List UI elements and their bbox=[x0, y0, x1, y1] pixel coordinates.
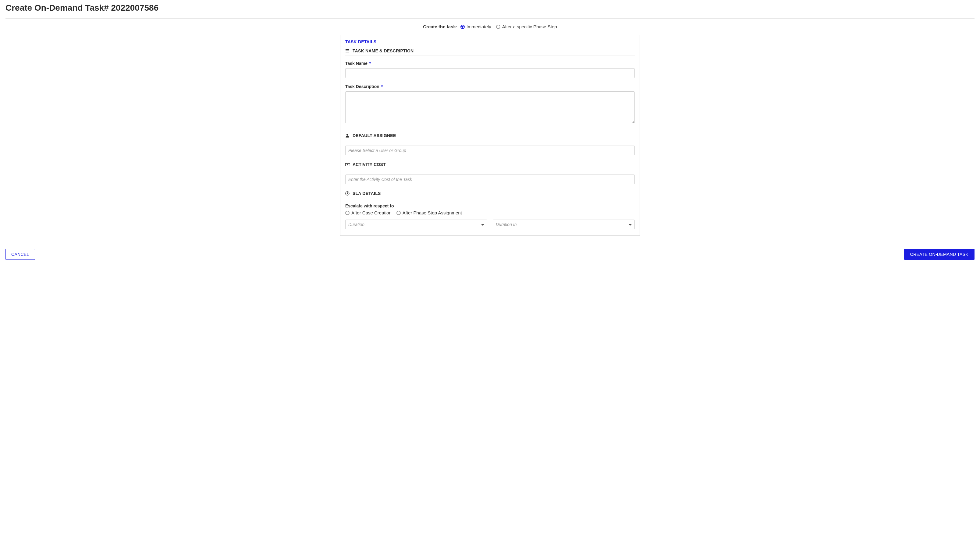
duration-in-select-display: Duration In bbox=[493, 220, 635, 229]
task-name-label: Task Name * bbox=[345, 61, 635, 66]
footer-divider bbox=[5, 243, 975, 243]
radio-immediately-label: Immediately bbox=[466, 24, 491, 29]
section-header-sla: SLA DETAILS bbox=[345, 191, 635, 196]
section-divider bbox=[345, 55, 635, 55]
radio-after-case-label: After Case Creation bbox=[352, 210, 391, 215]
radio-empty-icon bbox=[396, 211, 401, 215]
create-task-button[interactable]: CREATE ON-DEMAND TASK bbox=[904, 249, 975, 260]
section-activity-cost-label: ACTIVITY COST bbox=[353, 162, 386, 167]
create-task-label: Create the task: bbox=[423, 24, 457, 29]
assignee-input[interactable] bbox=[345, 146, 635, 155]
task-description-label: Task Description * bbox=[345, 84, 635, 89]
create-task-radio-group: Immediately After a specific Phase Step bbox=[460, 24, 557, 29]
task-description-input[interactable] bbox=[345, 91, 635, 123]
user-icon bbox=[345, 133, 350, 138]
duration-select-display: Duration bbox=[345, 220, 487, 229]
sla-duration-row: Duration Duration In bbox=[345, 220, 635, 229]
task-description-label-text: Task Description bbox=[345, 84, 379, 89]
activity-cost-input[interactable] bbox=[345, 174, 635, 184]
task-details-panel: TASK DETAILS TASK NAME & DESCRIPTION Tas… bbox=[340, 35, 640, 236]
section-divider bbox=[345, 198, 635, 198]
radio-empty-icon bbox=[345, 211, 350, 215]
header-divider bbox=[5, 18, 975, 19]
radio-dot-icon bbox=[460, 25, 465, 29]
duration-select[interactable]: Duration bbox=[345, 220, 487, 229]
required-star-icon: * bbox=[369, 61, 371, 66]
section-header-activity-cost: ACTIVITY COST bbox=[345, 162, 635, 167]
section-divider bbox=[345, 169, 635, 169]
svg-line-8 bbox=[347, 193, 348, 194]
page-title: Create On-Demand Task# 2022007586 bbox=[5, 3, 975, 13]
section-divider bbox=[345, 140, 635, 140]
cancel-button[interactable]: CANCEL bbox=[5, 249, 35, 260]
panel-title: TASK DETAILS bbox=[345, 39, 635, 44]
task-name-label-text: Task Name bbox=[345, 61, 368, 66]
radio-after-case-creation[interactable]: After Case Creation bbox=[345, 210, 391, 215]
radio-empty-icon bbox=[496, 25, 500, 29]
radio-after-phase-assign-label: After Phase Step Assignment bbox=[402, 210, 462, 215]
radio-immediately[interactable]: Immediately bbox=[460, 24, 491, 29]
required-star-icon: * bbox=[381, 84, 383, 89]
section-header-assignee: DEFAULT ASSIGNEE bbox=[345, 133, 635, 138]
svg-point-5 bbox=[347, 164, 348, 165]
section-name-desc-label: TASK NAME & DESCRIPTION bbox=[353, 48, 414, 53]
clock-icon bbox=[345, 191, 350, 195]
radio-after-phase-label: After a specific Phase Step bbox=[502, 24, 557, 29]
footer-row: CANCEL CREATE ON-DEMAND TASK bbox=[5, 249, 975, 260]
hamburger-icon bbox=[345, 49, 350, 53]
create-task-row: Create the task: Immediately After a spe… bbox=[5, 24, 975, 29]
radio-after-phase-step[interactable]: After a specific Phase Step bbox=[496, 24, 557, 29]
section-sla-label: SLA DETAILS bbox=[353, 191, 380, 196]
escalate-label: Escalate with respect to bbox=[345, 203, 635, 208]
task-name-input[interactable] bbox=[345, 68, 635, 78]
escalate-radio-group: After Case Creation After Phase Step Ass… bbox=[345, 210, 635, 215]
radio-after-phase-assignment[interactable]: After Phase Step Assignment bbox=[396, 210, 462, 215]
section-header-name-desc: TASK NAME & DESCRIPTION bbox=[345, 48, 635, 53]
section-assignee-label: DEFAULT ASSIGNEE bbox=[353, 133, 396, 138]
svg-point-3 bbox=[347, 134, 348, 136]
money-icon bbox=[345, 162, 350, 166]
duration-in-select[interactable]: Duration In bbox=[493, 220, 635, 229]
